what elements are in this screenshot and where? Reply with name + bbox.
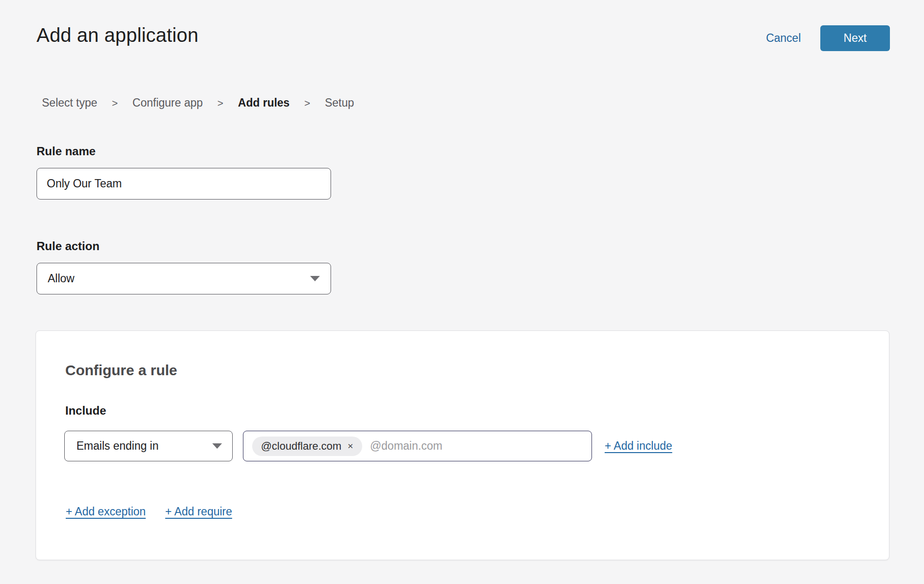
include-label: Include bbox=[65, 404, 106, 418]
chevron-down-icon bbox=[310, 276, 320, 281]
include-values-input[interactable]: @cloudflare.com ✕ bbox=[243, 431, 592, 461]
breadcrumb-step-configure-app[interactable]: Configure app bbox=[132, 96, 203, 110]
add-include-link[interactable]: + Add include bbox=[605, 439, 672, 453]
next-button[interactable]: Next bbox=[820, 25, 890, 51]
chevron-down-icon bbox=[212, 443, 222, 449]
include-row: Emails ending in @cloudflare.com ✕ + Add… bbox=[64, 431, 672, 461]
configure-rule-card: Configure a rule Include Emails ending i… bbox=[36, 330, 889, 560]
add-require-link[interactable]: + Add require bbox=[165, 505, 232, 518]
breadcrumb-step-select-type[interactable]: Select type bbox=[42, 96, 97, 110]
breadcrumb-separator: > bbox=[304, 97, 310, 109]
breadcrumb-step-setup[interactable]: Setup bbox=[325, 96, 354, 110]
rule-action-label: Rule action bbox=[37, 239, 99, 253]
breadcrumb-separator: > bbox=[218, 97, 223, 109]
rule-action-select[interactable]: Allow bbox=[37, 263, 331, 294]
email-domain-tag: @cloudflare.com ✕ bbox=[252, 437, 362, 456]
rule-action-value: Allow bbox=[48, 272, 74, 285]
include-criteria-value: Emails ending in bbox=[76, 439, 159, 453]
card-bottom-links: + Add exception + Add require bbox=[66, 505, 232, 518]
add-application-page: Add an application Cancel Next Select ty… bbox=[0, 0, 924, 584]
page-title: Add an application bbox=[37, 24, 199, 46]
breadcrumb: Select type > Configure app > Add rules … bbox=[42, 96, 354, 110]
breadcrumb-separator: > bbox=[112, 97, 118, 109]
rule-name-label: Rule name bbox=[37, 145, 95, 158]
remove-tag-icon[interactable]: ✕ bbox=[347, 442, 353, 450]
add-exception-link[interactable]: + Add exception bbox=[66, 505, 146, 518]
rule-name-input[interactable] bbox=[37, 168, 331, 200]
breadcrumb-step-add-rules[interactable]: Add rules bbox=[238, 96, 290, 110]
tag-label: @cloudflare.com bbox=[261, 440, 341, 453]
include-criteria-select[interactable]: Emails ending in bbox=[64, 431, 233, 461]
cancel-button[interactable]: Cancel bbox=[766, 32, 801, 45]
header-actions: Cancel Next bbox=[766, 25, 890, 51]
domain-entry-input[interactable] bbox=[362, 431, 585, 461]
card-title: Configure a rule bbox=[65, 362, 177, 379]
